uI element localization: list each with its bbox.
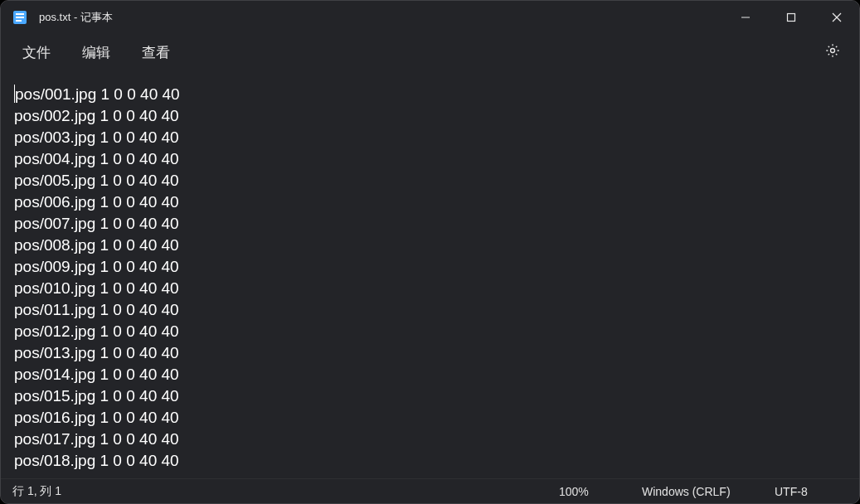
svg-rect-1 (16, 13, 24, 15)
status-eol: Windows (CRLF) (624, 485, 756, 498)
editor-viewport: pos/001.jpg 1 0 0 40 40 pos/002.jpg 1 0 … (1, 70, 859, 478)
statusbar: 行 1, 列 1 100% Windows (CRLF) UTF-8 (1, 478, 859, 503)
menu-edit[interactable]: 编辑 (70, 38, 122, 67)
menu-file[interactable]: 文件 (11, 38, 62, 67)
status-position: 行 1, 列 1 (12, 484, 541, 499)
svg-point-8 (831, 49, 835, 53)
status-zoom[interactable]: 100% (541, 485, 624, 498)
menubar: 文件 编辑 查看 (1, 34, 859, 70)
close-button[interactable] (814, 1, 859, 34)
editor-text[interactable]: pos/001.jpg 1 0 0 40 40 pos/002.jpg 1 0 … (1, 70, 859, 478)
svg-rect-3 (16, 20, 22, 22)
app-icon (12, 10, 27, 25)
settings-button[interactable] (816, 37, 849, 67)
menu-view[interactable]: 查看 (130, 38, 182, 67)
titlebar[interactable]: pos.txt - 记事本 (1, 1, 859, 34)
minimize-button[interactable] (722, 1, 768, 34)
window-controls (722, 1, 859, 34)
svg-rect-2 (16, 17, 24, 18)
gear-icon (824, 42, 841, 62)
svg-rect-5 (787, 14, 794, 22)
notepad-window: pos.txt - 记事本 文件 编辑 查看 (0, 0, 860, 504)
maximize-button[interactable] (768, 1, 814, 34)
status-encoding: UTF-8 (756, 485, 848, 498)
window-title: pos.txt - 记事本 (39, 10, 722, 25)
